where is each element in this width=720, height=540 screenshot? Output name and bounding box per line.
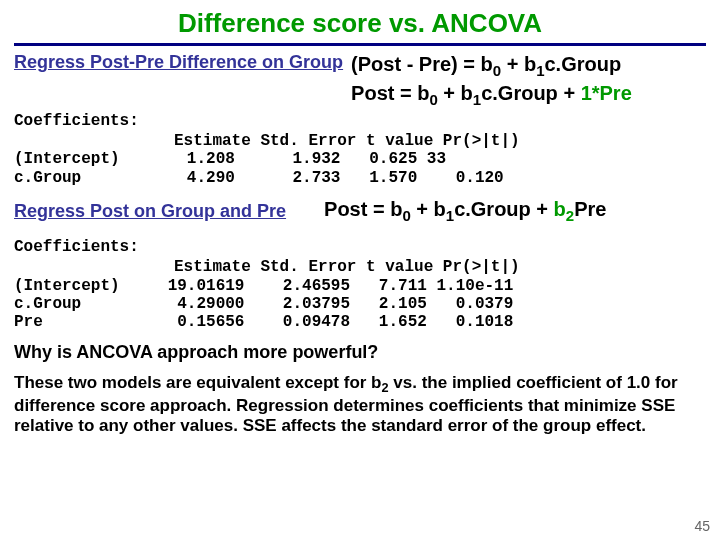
- body-text: These two models are equivalent except f…: [14, 373, 382, 392]
- table-row: (Intercept) 1.208 1.932 0.625 33: [14, 150, 446, 168]
- sub: 1: [536, 62, 544, 79]
- equation-block-2: Post = b0 + b1c.Group + b2Pre: [324, 197, 606, 226]
- section1-label: Regress Post-Pre Difference on Group: [14, 52, 343, 73]
- table-header: Estimate Std. Error t value Pr(>|t|): [174, 132, 520, 150]
- sub: 0: [493, 62, 501, 79]
- sub: 1: [473, 91, 481, 108]
- eq-text: c.Group +: [481, 82, 580, 104]
- eq-text: c.Group: [545, 53, 622, 75]
- table-row: (Intercept) 19.01619 2.46595 7.711 1.10e…: [14, 277, 513, 295]
- table-row: c.Group 4.290 2.733 1.570 0.120: [14, 169, 504, 187]
- coef-label-2: Coefficients:: [14, 238, 706, 256]
- section1-row: Regress Post-Pre Difference on Group (Po…: [14, 52, 706, 110]
- equation-block-1: (Post - Pre) = b0 + b1c.Group Post = b0 …: [351, 52, 632, 110]
- section2-row: Regress Post on Group and Pre Post = b0 …: [14, 197, 706, 226]
- sub: 1: [446, 207, 454, 224]
- eq-text: Pre: [574, 198, 606, 220]
- table-2: Estimate Std. Error t value Pr(>|t|) (In…: [14, 258, 706, 332]
- table-1: Estimate Std. Error t value Pr(>|t|) (In…: [14, 132, 706, 187]
- page-title: Difference score vs. ANCOVA: [14, 8, 706, 39]
- eq-text: (Post - Pre) = b: [351, 53, 493, 75]
- eq-text: Post = b: [324, 198, 402, 220]
- table-row: Pre 0.15656 0.09478 1.652 0.1018: [14, 313, 513, 331]
- eq-text: + b: [411, 198, 446, 220]
- sub: 0: [429, 91, 437, 108]
- sub: 2: [566, 207, 574, 224]
- title-rule: [14, 43, 706, 46]
- eq-text: c.Group +: [454, 198, 553, 220]
- why-question: Why is ANCOVA approach more powerful?: [14, 342, 706, 363]
- table-header: Estimate Std. Error t value Pr(>|t|): [174, 258, 520, 276]
- eq-text: Post = b: [351, 82, 429, 104]
- sub: 2: [382, 380, 389, 395]
- page-number: 45: [694, 518, 710, 534]
- eq-green: 1*Pre: [581, 82, 632, 104]
- section2-label: Regress Post on Group and Pre: [14, 201, 286, 222]
- eq-green: b: [554, 198, 566, 220]
- coef-label-1: Coefficients:: [14, 112, 706, 130]
- body-paragraph: These two models are equivalent except f…: [14, 373, 706, 437]
- sub: 0: [402, 207, 410, 224]
- eq-text: + b: [501, 53, 536, 75]
- eq-text: + b: [438, 82, 473, 104]
- table-row: c.Group 4.29000 2.03795 2.105 0.0379: [14, 295, 513, 313]
